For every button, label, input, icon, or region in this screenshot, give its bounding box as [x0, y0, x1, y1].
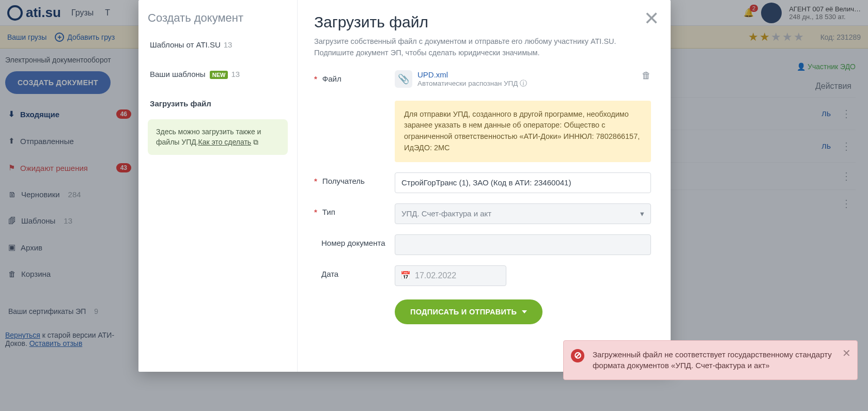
modal-body: ✕ Загрузить файл Загрузите собственный ф… — [298, 0, 671, 372]
modal-left-title: Создать документ — [148, 11, 288, 25]
modal-nav-your-templates[interactable]: Ваши шаблоны NEW13 — [148, 66, 288, 83]
close-icon[interactable]: ✕ — [644, 9, 659, 28]
modal-nav-upload[interactable]: Загрузить файл — [148, 95, 288, 112]
modal-sidebar: Создать документ Шаблоны от ATI.SU13 Ваш… — [138, 0, 298, 372]
calendar-icon: 📅 — [400, 271, 411, 280]
type-select[interactable]: УПД. Счет-фактура и акт▾ — [395, 203, 651, 224]
error-icon: ⊘ — [571, 349, 584, 362]
caret-down-icon — [522, 310, 527, 313]
recipient-input[interactable] — [395, 172, 651, 193]
help-icon[interactable]: ⓘ — [520, 80, 527, 87]
upload-modal: Создать документ Шаблоны от ATI.SU13 Ваш… — [138, 0, 671, 372]
label-docnum: Номер документа — [321, 239, 385, 247]
label-date: Дата — [321, 270, 338, 278]
label-recipient: Получатель — [322, 177, 365, 185]
modal-nav-ati-templates[interactable]: Шаблоны от ATI.SU13 — [148, 36, 288, 53]
modal-subtitle: Загрузите собственный файл с документом … — [314, 36, 651, 59]
sign-send-button[interactable]: ПОДПИСАТЬ И ОТПРАВИТЬ — [395, 299, 542, 324]
warning-box: Для отправки УПД, созданного в другой пр… — [395, 101, 651, 162]
label-type: Тип — [322, 208, 335, 216]
modal-title: Загрузить файл — [314, 13, 651, 31]
hint-box: Здесь можно загрузить также и файлы УПД.… — [148, 119, 288, 155]
file-name[interactable]: UPD.xml — [417, 70, 527, 79]
chevron-down-icon: ▾ — [640, 209, 644, 218]
file-card: 📎 UPD.xml Автоматически распознан УПД ⓘ … — [395, 70, 651, 88]
paperclip-icon: 📎 — [395, 70, 412, 88]
label-file: Файл — [322, 74, 342, 83]
file-desc: Автоматически распознан УПД ⓘ — [417, 79, 527, 88]
error-toast: ⊘ Загруженный файл не соответствует госу… — [563, 340, 858, 381]
toast-close-icon[interactable]: ✕ — [842, 346, 851, 361]
external-icon: ⧉ — [253, 138, 258, 146]
toast-text: Загруженный файл не соответствует госуда… — [593, 350, 832, 370]
docnum-input[interactable] — [395, 234, 651, 255]
hint-link[interactable]: Как это сделать — [198, 138, 252, 146]
delete-file-icon[interactable]: 🗑 — [642, 70, 651, 81]
date-input[interactable]: 📅17.02.2022 — [395, 265, 506, 286]
new-badge: NEW — [210, 71, 228, 79]
